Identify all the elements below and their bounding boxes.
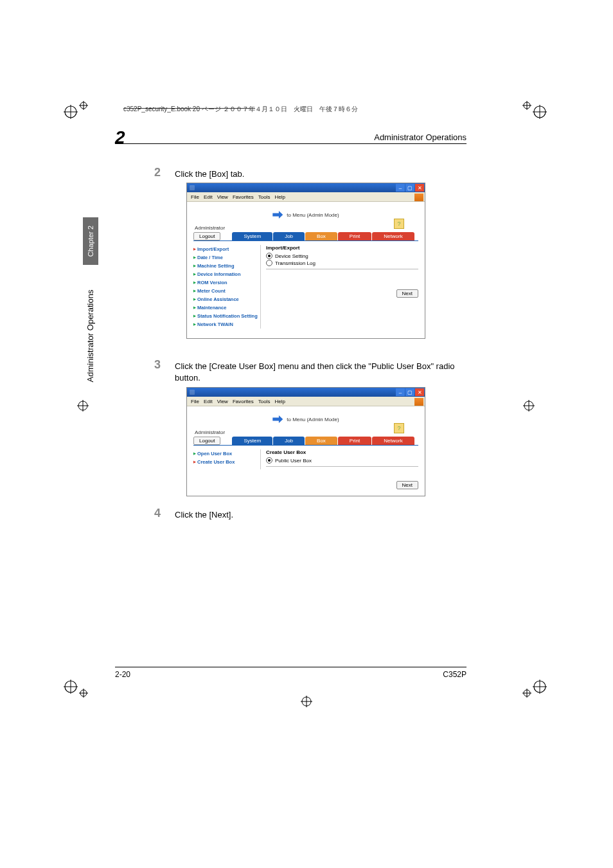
tab-job[interactable]: Job [273, 232, 305, 240]
browser-menubar: File Edit View Favorites Tools Help [187, 192, 425, 202]
minimize-button[interactable]: – [396, 388, 405, 396]
browser-menubar: File Edit View Favorites Tools Help [187, 397, 425, 406]
sidebar-item-maintenance[interactable]: Maintenance [193, 303, 258, 312]
sidebar-item-import-export[interactable]: Import/Export [193, 245, 258, 253]
menu-tools[interactable]: Tools [258, 399, 271, 404]
administrator-label: Administrator [195, 225, 418, 231]
sidebar-item-create-user-box[interactable]: Create User Box [193, 458, 258, 466]
screenshot-create-user-box: – ▢ ✕ File Edit View Favorites Tools Hel… [186, 387, 425, 496]
printer-icon [272, 211, 283, 219]
menu-tools[interactable]: Tools [258, 194, 271, 200]
help-icon[interactable]: ? [394, 219, 404, 229]
app-icon [190, 185, 195, 190]
tab-system[interactable]: System [232, 232, 272, 240]
cropmark-mr [522, 399, 536, 413]
administrator-label: Administrator [195, 429, 418, 435]
radio-transmission-log-label: Transmission Log [275, 260, 315, 266]
footer-page-number: 2-20 [115, 670, 130, 679]
mode-link[interactable]: to Menu (Admin Mode) [287, 417, 339, 422]
minimize-button[interactable]: – [396, 184, 405, 192]
logout-button[interactable]: Logout [193, 232, 220, 240]
tab-box[interactable]: Box [305, 232, 337, 240]
tab-network[interactable]: Network [372, 437, 414, 445]
window-titlebar: – ▢ ✕ [187, 388, 425, 397]
logout-button[interactable]: Logout [193, 437, 220, 445]
tab-system[interactable]: System [232, 437, 272, 445]
sidebar-chapter-tab: Chapter 2 [83, 217, 98, 265]
cropmark-bl [63, 673, 90, 700]
cropmark-ml [76, 399, 90, 413]
step-4-text: Click the [Next]. [175, 509, 464, 521]
page-header: Administrator Operations [115, 132, 466, 144]
tab-network[interactable]: Network [372, 232, 414, 240]
next-button[interactable]: Next [396, 289, 418, 298]
ie-throbber-icon [414, 398, 423, 406]
cropmark-bm [299, 694, 314, 709]
mode-link[interactable]: to Menu (Admin Mode) [287, 212, 339, 218]
pane-title: Create User Box [266, 449, 418, 455]
menu-file[interactable]: File [191, 399, 199, 404]
menu-edit[interactable]: Edit [204, 194, 213, 200]
sidebar-item-open-user-box[interactable]: Open User Box [193, 449, 258, 458]
cropmark-br [520, 673, 547, 700]
cropmark-tl [63, 98, 90, 125]
menu-favorites[interactable]: Favorites [233, 194, 254, 200]
menu-file[interactable]: File [191, 194, 199, 200]
menu-help[interactable]: Help [274, 399, 285, 404]
tab-print[interactable]: Print [338, 232, 371, 240]
tab-print[interactable]: Print [338, 437, 371, 445]
radio-public-user-box-label: Public User Box [275, 458, 312, 464]
sidebar-item-online-assistance[interactable]: Online Assistance [193, 295, 258, 303]
menu-view[interactable]: View [217, 194, 228, 200]
sidebar-item-date-time[interactable]: Date / Time [193, 253, 258, 262]
sidebar-item-status-notification[interactable]: Status Notification Setting [193, 312, 258, 320]
header-source-line: c352P_security_E.book 20 ページ ２００７年４月１０日 … [123, 105, 470, 114]
sidebar-item-device-information[interactable]: Device Information [193, 270, 258, 278]
sidebar-item-meter-count[interactable]: Meter Count [193, 287, 258, 295]
radio-public-user-box[interactable] [266, 457, 272, 464]
menu-help[interactable]: Help [274, 194, 285, 200]
tab-box[interactable]: Box [305, 437, 337, 445]
screenshot-box-tab: – ▢ ✕ File Edit View Favorites Tools Hel… [186, 183, 425, 339]
sidebar-item-rom-version[interactable]: ROM Version [193, 278, 258, 287]
step-3-text: Click the [Create User Box] menu and the… [175, 361, 464, 383]
radio-device-setting[interactable] [266, 253, 272, 259]
radio-transmission-log[interactable] [266, 260, 272, 266]
next-button[interactable]: Next [396, 481, 418, 489]
app-icon [190, 390, 195, 395]
menu-edit[interactable]: Edit [204, 399, 213, 404]
pane-title: Import/Export [266, 245, 418, 251]
cropmark-tr [520, 98, 547, 125]
step-4-number: 4 [148, 507, 161, 520]
maximize-button[interactable]: ▢ [405, 184, 414, 192]
tab-job[interactable]: Job [273, 437, 305, 445]
step-3-number: 3 [148, 358, 161, 372]
menu-view[interactable]: View [217, 399, 228, 404]
ie-throbber-icon [414, 194, 423, 201]
maximize-button[interactable]: ▢ [405, 388, 414, 396]
step-2-number: 2 [148, 166, 161, 179]
footer-model: C352P [443, 670, 466, 679]
close-button[interactable]: ✕ [415, 184, 424, 192]
sidebar-nav: Open User Box Create User Box [193, 449, 261, 469]
close-button[interactable]: ✕ [415, 388, 424, 396]
sidebar-item-machine-setting[interactable]: Machine Setting [193, 262, 258, 270]
window-titlebar: – ▢ ✕ [187, 183, 425, 192]
printer-icon [272, 415, 283, 423]
help-icon[interactable]: ? [394, 423, 404, 433]
footer-rule [115, 667, 466, 667]
menu-favorites[interactable]: Favorites [233, 399, 254, 404]
sidebar-section-label: Administrator Operations [84, 278, 97, 393]
step-2-text: Click the [Box] tab. [175, 168, 464, 180]
sidebar-item-network-twain[interactable]: Network TWAIN [193, 320, 258, 329]
sidebar-nav: Import/Export Date / Time Machine Settin… [193, 245, 261, 329]
radio-device-setting-label: Device Setting [275, 253, 308, 259]
